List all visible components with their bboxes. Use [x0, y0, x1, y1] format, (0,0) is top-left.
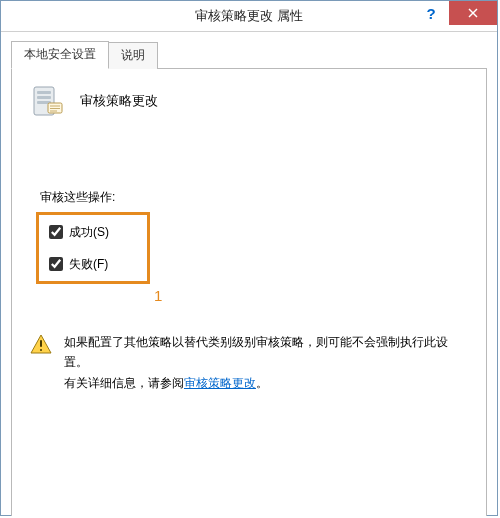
warning-block: 如果配置了其他策略以替代类别级别审核策略，则可能不会强制执行此设置。 有关详细信… — [30, 332, 468, 393]
warning-link[interactable]: 审核策略更改 — [184, 376, 256, 390]
panel-title: 审核策略更改 — [80, 92, 158, 110]
highlight-box: 成功(S) 失败(F) — [36, 212, 150, 284]
close-button[interactable] — [449, 1, 497, 25]
checkbox-failure[interactable] — [49, 257, 63, 271]
checkbox-failure-label: 失败(F) — [69, 256, 108, 273]
svg-rect-3 — [37, 91, 51, 94]
window-title: 审核策略更改 属性 — [195, 7, 303, 25]
server-icon — [30, 83, 66, 119]
close-icon — [468, 8, 478, 18]
titlebar: 审核策略更改 属性 ? — [1, 1, 497, 32]
tab-local-security[interactable]: 本地安全设置 — [11, 41, 109, 69]
svg-rect-11 — [40, 340, 42, 347]
warning-line1: 如果配置了其他策略以替代类别级别审核策略，则可能不会强制执行此设置。 — [64, 332, 462, 373]
checkbox-success[interactable] — [49, 225, 63, 239]
checkbox-success-label: 成功(S) — [69, 224, 109, 241]
tab-explain[interactable]: 说明 — [108, 42, 158, 69]
properties-window: 审核策略更改 属性 ? 本地安全设置 说明 — [0, 0, 498, 516]
warning-line2-prefix: 有关详细信息，请参阅 — [64, 376, 184, 390]
warning-icon — [30, 334, 52, 354]
checkbox-failure-row[interactable]: 失败(F) — [49, 255, 137, 273]
svg-rect-12 — [40, 349, 42, 351]
help-button[interactable]: ? — [413, 1, 449, 25]
tab-strip: 本地安全设置 说明 — [11, 40, 487, 68]
checkbox-success-row[interactable]: 成功(S) — [49, 223, 137, 241]
annotation-1: 1 — [154, 287, 162, 304]
warning-text: 如果配置了其他策略以替代类别级别审核策略，则可能不会强制执行此设置。 有关详细信… — [64, 332, 462, 393]
svg-rect-6 — [48, 103, 62, 113]
warning-line2-suffix: 。 — [256, 376, 268, 390]
panel-header: 审核策略更改 — [30, 83, 468, 119]
tab-panel: 审核策略更改 审核这些操作: 成功(S) 失败(F) 1 — [11, 68, 487, 516]
titlebar-buttons: ? — [413, 1, 497, 25]
audit-label: 审核这些操作: — [40, 189, 468, 206]
tab-area: 本地安全设置 说明 审核策略更改 — [1, 32, 497, 516]
svg-rect-4 — [37, 96, 51, 99]
warning-line2: 有关详细信息，请参阅审核策略更改。 — [64, 373, 462, 393]
